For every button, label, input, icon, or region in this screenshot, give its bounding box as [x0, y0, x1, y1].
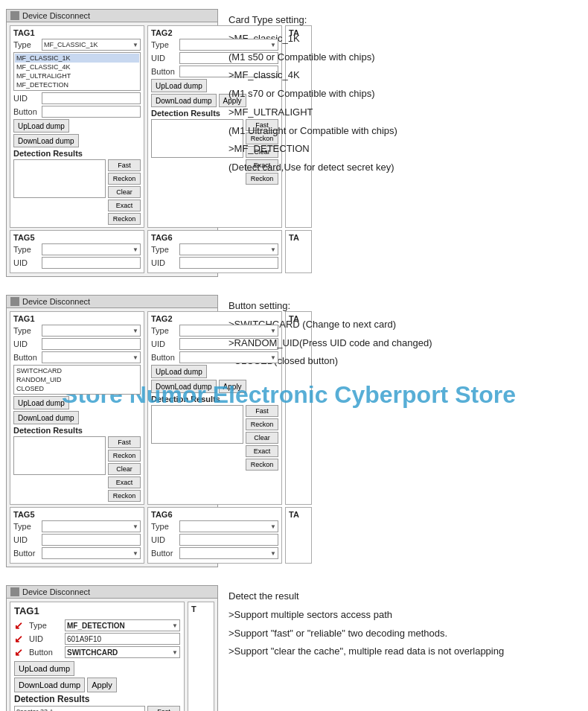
- tag6-type-row: Type ▼: [151, 243, 278, 255]
- s3-tag1-type-dropdown[interactable]: MF_DETECTION ▼: [65, 619, 180, 631]
- s2-tag5-label: TAG5: [13, 510, 141, 519]
- tag1-label: TAG1: [13, 28, 141, 37]
- s2-tag1-exact-btn[interactable]: Exact: [108, 476, 141, 488]
- s2-title: Button setting:: [229, 298, 582, 315]
- tag6-type-arrow: ▼: [270, 246, 276, 253]
- tag5-uid-label: UID: [13, 258, 42, 267]
- window-icon: [10, 11, 19, 20]
- s2-tag1-fast-btn[interactable]: Fast: [108, 436, 141, 448]
- s2-tag1-btn-row: Button ▼: [13, 351, 141, 363]
- option-mf-classic-4k[interactable]: MF_CLASSIC_4K: [15, 63, 139, 71]
- s1-line3: >MF_classic_4K: [229, 67, 582, 84]
- s3-tag1-btn-dropdown[interactable]: SWITCHCARD ▼: [65, 646, 180, 658]
- s2-tag1-type-label: Type: [13, 326, 42, 335]
- s2-tag1-detect-label: Detection Results: [13, 426, 141, 435]
- s3-results-text: 8sector 33 A FFFFFFFFFFFF 0 sector 1 B 8…: [14, 706, 145, 711]
- tag1-reckon2-btn[interactable]: Reckon: [108, 213, 141, 225]
- s2-tag1-clear-btn[interactable]: Clear: [108, 463, 141, 475]
- tag1-uid-row: UID: [13, 92, 141, 104]
- tag1-reckon1-btn[interactable]: Reckon: [108, 173, 141, 185]
- s2-line3: >CLOSED(closed button): [229, 353, 582, 370]
- s3-type-container: ↙ Type MF_DETECTION ▼: [14, 619, 180, 631]
- section3-right-text: Detect the result >Support multiple sect…: [229, 588, 582, 660]
- s2-tag1-label: TAG1: [13, 314, 141, 323]
- s3-t-label: T: [191, 605, 211, 613]
- section1-body: TAG1 Type MF_CLASSIC_1K ▼ MF_CLASSIC_1: [7, 22, 217, 276]
- tag1-button-label: Button: [13, 107, 42, 116]
- tag5-type-row: Type ▼: [13, 243, 141, 255]
- s1-line5: >MF_ULTRALIGHT: [229, 104, 582, 121]
- s3-fast-btn[interactable]: Fast: [147, 706, 180, 711]
- tag1-type-dropdown[interactable]: MF_CLASSIC_1K ▼: [42, 39, 141, 51]
- s2-tag1-group: TAG1 Type ▼ UID: [10, 311, 144, 505]
- s2-tag1-btn-dropdown[interactable]: ▼: [42, 351, 141, 363]
- tag1-upload-btn[interactable]: UpLoad dump: [13, 119, 69, 133]
- s2-tag1-reckon2-btn[interactable]: Reckon: [108, 490, 141, 502]
- section1: Device Disconnect TAG1 Type MF_CLASSIC_1…: [0, 6, 588, 284]
- s3-apply-btn[interactable]: Apply: [87, 677, 117, 692]
- s2-tag2-download-btn[interactable]: DownLoad dump: [151, 380, 217, 393]
- s3-btn-container: ↙ Button SWITCHCARD ▼: [14, 646, 180, 658]
- s3-tag1-btn-row: Button SWITCHCARD ▼: [29, 646, 180, 658]
- tag2-type-dropdown[interactable]: ▼: [179, 39, 278, 51]
- s3-tag1-uid-label: UID: [29, 634, 65, 643]
- tag1-button-input[interactable]: [42, 106, 141, 118]
- s2-tag1-results-buttons: Fast Reckon Clear Exact Reckon: [108, 436, 141, 502]
- s3-upload-row: UpLoad dump: [14, 661, 180, 676]
- tag1-fast-btn[interactable]: Fast: [108, 159, 141, 171]
- s3-download-btn[interactable]: DownLoad dump: [14, 677, 85, 692]
- s2-tag1-download-row: DownLoad dump: [13, 411, 141, 424]
- s2-tag6-btn-dropdown[interactable]: ▼: [179, 547, 278, 559]
- tag1-clear-btn[interactable]: Clear: [108, 186, 141, 198]
- tag1-download-btn[interactable]: DownLoad dump: [13, 134, 79, 147]
- s2-tag1-type-dropdown[interactable]: ▼: [42, 325, 141, 337]
- s3-tag1-btn-arrow: ▼: [172, 649, 178, 656]
- tag5-group: TAG5 Type ▼ UID: [10, 230, 144, 273]
- s3-tag1-uid-row: UID 601A9F10: [29, 633, 180, 645]
- s1-title: Card Type setting:: [229, 12, 582, 29]
- s2-tag1-upload-btn[interactable]: UpLoad dump: [13, 396, 69, 409]
- option-switchcard[interactable]: SWITCHCARD: [15, 366, 139, 375]
- tag6-type-dropdown[interactable]: ▼: [179, 243, 278, 255]
- s2-tag2-btn-dropdown[interactable]: ▼: [179, 351, 278, 363]
- s2-tag5-type-dropdown[interactable]: ▼: [42, 520, 141, 532]
- s3-btn-arrow: ↙: [14, 646, 23, 658]
- s2-tag2-type-dropdown[interactable]: ▼: [179, 325, 278, 337]
- s2-tag5-uid-input[interactable]: [42, 534, 141, 546]
- tag2-type-arrow: ▼: [270, 42, 276, 48]
- section2-right-text: Button setting: >SWITCHCARD (Change to n…: [229, 298, 582, 370]
- tag5-type-dropdown[interactable]: ▼: [42, 243, 141, 255]
- tag2-download-btn[interactable]: DownLoad dump: [151, 94, 217, 107]
- s2-tag6-type-dropdown[interactable]: ▼: [179, 520, 278, 532]
- window3-icon: [10, 587, 19, 596]
- section3: Device Disconnect TAG1 ↙ Type: [0, 582, 588, 711]
- s2-tag1-btn-options[interactable]: SWITCHCARD RANDOM_UID CLOSED: [13, 365, 141, 395]
- section1-window: Device Disconnect TAG1 Type MF_CLASSIC_1…: [6, 9, 218, 277]
- option-closed[interactable]: CLOSED: [15, 384, 139, 393]
- option-mf-classic-1k[interactable]: MF_CLASSIC_1K: [15, 54, 139, 63]
- s1-line2: (M1 s50 or Compatible with chips): [229, 49, 582, 66]
- s2-tag2-upload-btn[interactable]: UpLoad dump: [151, 365, 207, 378]
- section2-body: TAG1 Type ▼ UID: [7, 308, 217, 567]
- main-container: Device Disconnect TAG1 Type MF_CLASSIC_1…: [0, 0, 588, 711]
- option-mf-ultralight[interactable]: MF_ULTRALIGHT: [15, 71, 139, 80]
- s3-upload-btn[interactable]: UpLoad dump: [14, 661, 74, 676]
- tag1-type-options[interactable]: MF_CLASSIC_1K MF_CLASSIC_4K MF_ULTRALIGH…: [13, 52, 141, 91]
- option-mf-detection[interactable]: MF_DETECTION: [15, 80, 139, 89]
- option-random-uid[interactable]: RANDOM_UID: [15, 375, 139, 384]
- tag5-uid-input[interactable]: [42, 257, 141, 269]
- s3-tag1-type-value: MF_DETECTION: [67, 622, 125, 630]
- s2-tag1-uid-input[interactable]: [42, 338, 141, 350]
- s2-tag1-download-btn[interactable]: DownLoad dump: [13, 411, 79, 424]
- s2-tag5-btn-dropdown[interactable]: ▼: [42, 547, 141, 559]
- s2-tag1-reckon1-btn[interactable]: Reckon: [108, 450, 141, 462]
- s2-tag1-upload-row: UpLoad dump: [13, 396, 141, 409]
- tag1-uid-input[interactable]: [42, 92, 141, 104]
- tag1-exact-btn[interactable]: Exact: [108, 200, 141, 211]
- tag2-upload-btn[interactable]: UpLoad dump: [151, 79, 207, 92]
- s2-tag6-type-arrow: ▼: [270, 523, 276, 530]
- s1-line4: (M1 s70 or Compatible with chips): [229, 86, 582, 103]
- s3-tag1-type-row: Type MF_DETECTION ▼: [29, 619, 180, 631]
- section2-wrapper: Device Disconnect TAG1 Type: [0, 292, 588, 582]
- s2-tag1-btn-arrow: ▼: [132, 354, 138, 361]
